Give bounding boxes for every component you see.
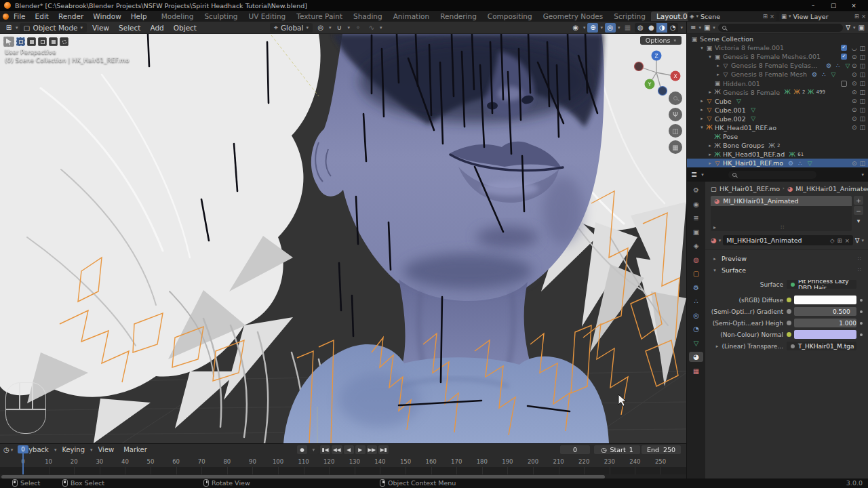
- remove-slot-button[interactable]: −: [854, 206, 863, 215]
- expand-icon[interactable]: ▸: [713, 224, 716, 230]
- chevron-down-icon[interactable]: ▾: [719, 238, 722, 243]
- shading-rendered-icon[interactable]: ◔: [667, 23, 678, 33]
- gradient-slider[interactable]: 0.500: [794, 307, 856, 316]
- outliner-row-genesis-armature[interactable]: ▸ Ж Genesis 8 Female Ж Ж2 Ж499 ⊙◫: [687, 88, 868, 97]
- minimize-button[interactable]: –: [803, 0, 823, 11]
- outliner-item-label[interactable]: Genesis 8 Female: [723, 89, 780, 96]
- tab-shading[interactable]: Shading: [348, 12, 388, 21]
- tab-physics[interactable]: ◎: [689, 310, 703, 321]
- transparency-texture[interactable]: T_HKHair01_M.tga: [787, 342, 856, 350]
- blender-menu-icon[interactable]: [3, 14, 9, 20]
- chevron-down-icon[interactable]: ▾: [701, 172, 704, 178]
- current-frame-field[interactable]: 0: [560, 445, 590, 454]
- outliner-item-label[interactable]: Pose: [723, 133, 738, 140]
- properties-editor-icon[interactable]: ≣: [691, 170, 697, 179]
- new-scene-icon[interactable]: ⊞: [763, 13, 768, 20]
- tab-world[interactable]: ◍: [689, 255, 703, 265]
- play-button[interactable]: ▶: [355, 445, 366, 454]
- xray-toggle-icon[interactable]: ▦: [622, 23, 633, 33]
- chevron-down-icon[interactable]: ▾: [329, 25, 332, 30]
- expand-icon[interactable]: ▸: [698, 116, 705, 121]
- outliner-item-label[interactable]: Victoria 8 female.001: [715, 44, 784, 52]
- pan-button[interactable]: Ψ: [669, 108, 682, 121]
- surface-enum[interactable]: Pit Princess Lazy DBD Hair: [787, 280, 856, 289]
- select-tweak-tool[interactable]: [3, 37, 14, 47]
- height-slider[interactable]: 1.000: [794, 319, 856, 327]
- collection-checkbox-unchecked[interactable]: [841, 81, 847, 87]
- tab-object[interactable]: ▢: [689, 268, 703, 279]
- animate-dot-icon[interactable]: [860, 322, 863, 325]
- select-mode-set[interactable]: [16, 37, 25, 46]
- editor-type-icon[interactable]: ⊞: [3, 23, 14, 33]
- preview-panel-header[interactable]: ▸ Preview ∷: [705, 253, 868, 264]
- object-visibility-icon[interactable]: ◉: [570, 23, 581, 33]
- outliner-item-label[interactable]: Genesis 8 Female Mesh: [731, 70, 807, 78]
- tab-object-data[interactable]: ▽: [689, 338, 703, 348]
- jump-to-end-button[interactable]: ▶▮: [378, 445, 389, 454]
- perspective-toggle-button[interactable]: ▦: [669, 140, 682, 154]
- chevron-down-icon[interactable]: ▾: [11, 447, 14, 453]
- outliner-row-bone-groups[interactable]: ▸ Ж Bone Groups Ж2: [687, 141, 868, 150]
- snap-magnet-icon[interactable]: ∪: [334, 23, 344, 33]
- collapse-icon[interactable]: ▾: [698, 125, 705, 130]
- chevron-down-icon[interactable]: ▾: [696, 14, 699, 19]
- menu-file[interactable]: File: [9, 12, 31, 20]
- eye-icon[interactable]: ⊙: [852, 80, 857, 87]
- new-view-layer-icon[interactable]: ⊞: [854, 13, 859, 20]
- outliner-item-label[interactable]: Genesis 8 Female Meshes.001: [723, 53, 821, 60]
- display-mode-icon[interactable]: ≡: [690, 24, 696, 31]
- expand-icon[interactable]: ▸: [707, 161, 713, 166]
- menu-object[interactable]: Object: [170, 24, 201, 32]
- properties-search-input[interactable]: [728, 171, 816, 179]
- menu-help[interactable]: Help: [126, 12, 152, 20]
- eye-icon[interactable]: ⊙: [852, 124, 857, 131]
- expand-icon[interactable]: ▸: [715, 63, 722, 68]
- duplicate-material-icon[interactable]: ⊞: [837, 237, 842, 244]
- menu-add[interactable]: Add: [146, 24, 167, 32]
- outliner-row-genesis-meshes[interactable]: ▾ ▣ Genesis 8 Female Meshes.001 ✓⊙◫: [687, 52, 868, 61]
- animate-dot-icon[interactable]: [860, 310, 863, 313]
- playhead-frame-label[interactable]: 0: [18, 445, 28, 453]
- outliner-row-scene-collection[interactable]: ▣ Scene Collection: [687, 35, 868, 43]
- pivot-point-icon[interactable]: ◎: [315, 23, 326, 33]
- tab-particles[interactable]: ∴: [689, 296, 703, 306]
- tab-geometry-nodes[interactable]: Geometry Nodes: [538, 12, 609, 21]
- animate-dot-icon[interactable]: [860, 299, 863, 302]
- expand-icon[interactable]: ▸: [698, 98, 705, 104]
- animate-dot-icon[interactable]: [860, 333, 863, 336]
- prev-keyframe-button[interactable]: ◀◀: [332, 445, 342, 454]
- exclude-icon[interactable]: ◡: [852, 45, 857, 52]
- menu-marker[interactable]: Marker: [119, 446, 151, 453]
- view-layer-selector[interactable]: ▣ ▾ View Layer ⊞×: [779, 12, 868, 21]
- eye-icon[interactable]: ⊙: [852, 160, 857, 167]
- camera-icon[interactable]: ◫: [859, 62, 865, 69]
- eye-icon[interactable]: ⊙: [852, 115, 857, 122]
- camera-icon[interactable]: ◫: [859, 71, 865, 78]
- tab-sculpting[interactable]: Sculpting: [199, 12, 243, 21]
- tab-constraints[interactable]: ◔: [689, 324, 703, 334]
- outliner-item-label[interactable]: HK_Hair01_REF.mo: [723, 159, 783, 167]
- chevron-down-icon[interactable]: ▾: [713, 25, 715, 30]
- tab-material[interactable]: ◕: [689, 352, 703, 362]
- outliner-item-label[interactable]: Cube: [715, 98, 732, 105]
- tab-view-layer[interactable]: ▣: [689, 227, 703, 237]
- chevron-down-icon[interactable]: ▾: [618, 25, 620, 30]
- material-slot-list[interactable]: ◕ MI_HKHair01_Animated ▸ ∷: [711, 196, 852, 231]
- outliner-item-label[interactable]: Bone Groups: [723, 142, 764, 149]
- outliner-row-hk-hair-ref[interactable]: ▸ ▽ HK_Hair01_REF.mo ⚙∴▽ ⊙◫: [687, 159, 868, 167]
- select-mode-intersect[interactable]: [60, 37, 68, 46]
- timeline-editor-icon[interactable]: ◷: [3, 446, 9, 453]
- outliner-item-label[interactable]: HK_Head01_REF.ao: [715, 124, 776, 131]
- scene-selector[interactable]: ◈ ▾ Scene ⊞×: [688, 12, 776, 21]
- menu-view[interactable]: View: [94, 446, 119, 453]
- expand-icon[interactable]: ▸: [715, 72, 722, 77]
- collapse-icon[interactable]: ▾: [698, 45, 705, 51]
- outliner-row-hidden[interactable]: ▣ Hidden.001 ⊙◫: [687, 79, 868, 87]
- eye-icon[interactable]: ⊙: [852, 89, 857, 96]
- outliner-item-label[interactable]: Scene Collection: [700, 35, 753, 43]
- outliner-row-hk-head-ref[interactable]: ▾ Ж HK_Head01_REF.ao ⊙◫: [687, 123, 868, 132]
- expand-icon[interactable]: ▸: [714, 344, 721, 349]
- proportional-editing-icon[interactable]: ◦: [353, 23, 363, 33]
- camera-icon[interactable]: ◫: [859, 106, 865, 113]
- tab-rendering[interactable]: Rendering: [435, 12, 482, 21]
